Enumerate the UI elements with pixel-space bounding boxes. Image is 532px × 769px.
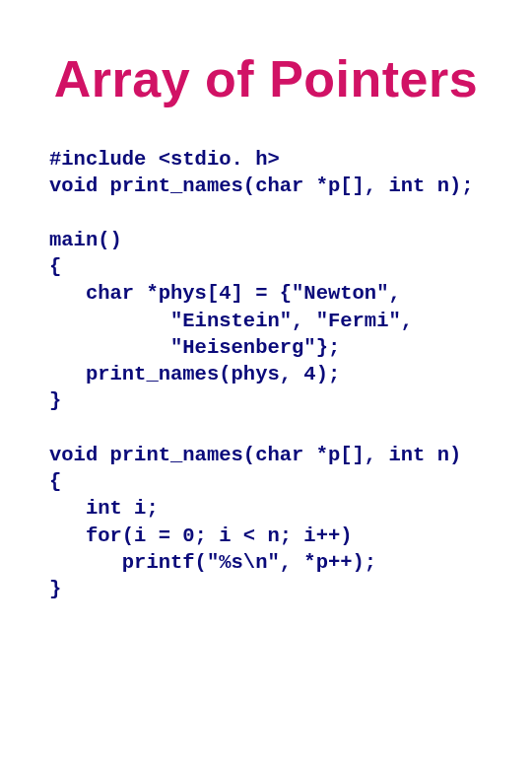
- code-line: void print_names(char *p[], int n);: [49, 175, 474, 197]
- code-block: #include <stdio. h> void print_names(cha…: [30, 146, 502, 602]
- code-line: {: [49, 255, 61, 278]
- code-line: printf("%s\n", *p++);: [49, 551, 376, 574]
- code-line: "Einstein", "Fermi",: [49, 310, 413, 332]
- code-line: }: [49, 578, 61, 600]
- code-line: char *phys[4] = {"Newton",: [49, 282, 401, 305]
- code-line: print_names(phys, 4);: [49, 363, 340, 385]
- code-line: main(): [49, 229, 122, 251]
- code-line: for(i = 0; i < n; i++): [49, 524, 353, 547]
- slide-title: Array of Pointers: [30, 49, 502, 108]
- code-line: int i;: [49, 497, 159, 520]
- code-line: void print_names(char *p[], int n): [49, 444, 461, 466]
- code-line: {: [49, 470, 61, 493]
- code-line: "Heisenberg"};: [49, 336, 340, 359]
- code-line: #include <stdio. h>: [49, 148, 280, 171]
- slide-container: Array of Pointers #include <stdio. h> vo…: [0, 0, 532, 769]
- code-line: }: [49, 389, 61, 412]
